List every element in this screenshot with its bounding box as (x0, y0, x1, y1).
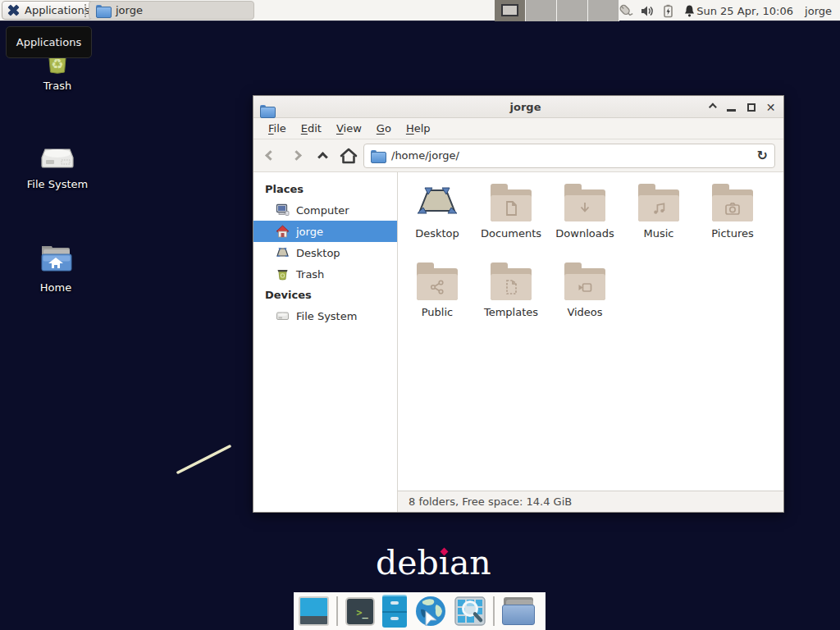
folder-item-desktop[interactable]: Desktop (400, 184, 474, 262)
forward-icon (291, 150, 302, 161)
folder-item-videos[interactable]: Videos (548, 262, 622, 341)
folder-icon (502, 597, 535, 625)
applications-tooltip: Applications (6, 26, 92, 58)
workspace-switcher (495, 0, 619, 21)
menu-edit[interactable]: Edit (294, 120, 329, 137)
volume-icon[interactable] (639, 3, 655, 19)
location-bar[interactable]: /home/jorge/ ↻ (363, 144, 775, 168)
public-folder-icon (417, 262, 458, 300)
up-icon (317, 152, 328, 162)
forward-button[interactable] (285, 144, 308, 167)
panel-separator-handle (84, 4, 86, 17)
applications-icon (7, 3, 21, 17)
window-menu-icon[interactable] (260, 105, 274, 116)
system-tray (618, 0, 697, 21)
shade-button[interactable] (705, 101, 718, 113)
globe-browser-icon (414, 595, 447, 628)
taskbar-window-label: jorge (116, 4, 143, 16)
sidebar-item-computer[interactable]: Computer (253, 199, 397, 221)
sidebar-item-file-system[interactable]: File System (253, 305, 397, 326)
mouse-icon[interactable] (618, 3, 633, 19)
folder-item-public[interactable]: Public (400, 262, 474, 341)
window-menubar: File Edit View Go Help (253, 118, 783, 139)
desktop-icon-label: Home (40, 281, 71, 294)
reload-icon[interactable]: ↻ (757, 148, 768, 163)
desktop-pad-icon (417, 184, 458, 221)
computer-icon (276, 203, 290, 217)
trash-icon (276, 267, 290, 281)
sidebar-item-desktop[interactable]: Desktop (253, 242, 397, 263)
workspace-3[interactable] (557, 0, 588, 21)
window-toolbar: /home/jorge/ ↻ (253, 139, 783, 172)
window-titlebar[interactable]: jorge ✕ (253, 96, 783, 118)
dock-separator (336, 596, 338, 626)
folder-item-downloads[interactable]: Downloads (548, 184, 622, 262)
folder-item-pictures[interactable]: Pictures (696, 184, 769, 262)
folder-launcher[interactable] (502, 597, 535, 625)
applications-label: Applications (25, 4, 89, 16)
menu-help[interactable]: Help (399, 120, 438, 137)
battery-charging-icon[interactable] (660, 3, 676, 19)
menu-go[interactable]: Go (369, 120, 399, 137)
document-glyph (502, 199, 520, 217)
terminal-icon: > (356, 607, 362, 619)
music-notes-glyph (650, 199, 668, 217)
back-icon (265, 150, 276, 161)
notifications-bell-icon[interactable] (682, 3, 697, 19)
devices-header: Devices (253, 285, 397, 305)
file-view: Desktop Documents Downloads (398, 172, 783, 512)
workspace-1[interactable] (495, 0, 526, 21)
download-arrow-glyph (576, 199, 594, 217)
up-button[interactable] (311, 144, 334, 167)
app-finder-launcher[interactable] (454, 596, 486, 626)
back-button[interactable] (258, 144, 281, 167)
window-statusbar: 8 folders, Free space: 14.4 GiB (398, 491, 783, 512)
applications-menu-button[interactable]: Applications (2, 1, 97, 20)
home-folder-icon (37, 241, 75, 278)
templates-folder-icon (491, 262, 532, 300)
home-button[interactable] (337, 144, 360, 167)
menu-file[interactable]: File (261, 120, 294, 137)
location-path[interactable]: /home/jorge/ (391, 149, 751, 162)
drive-icon (276, 309, 290, 322)
documents-folder-icon (491, 184, 532, 221)
home-icon (339, 147, 358, 165)
pictures-folder-icon (712, 184, 753, 221)
file-grid: Desktop Documents Downloads (398, 172, 783, 491)
workspace-4[interactable] (588, 0, 619, 21)
panel-clock[interactable]: Sun 25 Apr, 10:06 (696, 0, 793, 21)
workspace-window-preview (501, 4, 518, 16)
desktop-icon (276, 246, 290, 259)
workspace-2[interactable] (526, 0, 557, 21)
videos-folder-icon (564, 262, 605, 300)
sidebar-item-jorge[interactable]: jorge (253, 221, 397, 242)
menu-view[interactable]: View (329, 120, 369, 137)
camera-glyph (724, 199, 742, 217)
desktop-icon-home[interactable]: Home (16, 241, 95, 294)
share-glyph (428, 278, 446, 296)
web-browser-launcher[interactable] (414, 595, 447, 628)
sidebar-item-trash[interactable]: Trash (253, 263, 397, 285)
taskbar-window-button[interactable]: jorge (89, 1, 254, 20)
panel-user-menu[interactable]: jorge (805, 0, 832, 21)
close-button[interactable]: ✕ (765, 101, 777, 113)
debian-logo: debıan (376, 543, 491, 582)
show-desktop-button[interactable] (299, 596, 329, 626)
places-header: Places (253, 179, 397, 199)
folder-item-documents[interactable]: Documents (474, 184, 548, 262)
app-finder-icon (454, 596, 486, 626)
file-manager-launcher[interactable] (382, 595, 407, 628)
folder-item-music[interactable]: Music (622, 184, 696, 262)
dock-separator (493, 596, 495, 626)
drive-icon (39, 139, 76, 175)
file-cabinet-icon (382, 595, 407, 628)
desktop-root: Applications jorge (0, 0, 840, 630)
minimize-button[interactable] (725, 101, 737, 113)
terminal-launcher[interactable]: >_ (345, 597, 375, 626)
music-folder-icon (638, 184, 679, 221)
folder-item-templates[interactable]: Templates (474, 262, 548, 341)
maximize-button[interactable] (745, 101, 757, 113)
statusbar-text: 8 folders, Free space: 14.4 GiB (409, 495, 572, 508)
video-camera-glyph (576, 278, 594, 296)
desktop-icon-file-system[interactable]: File System (18, 139, 97, 190)
